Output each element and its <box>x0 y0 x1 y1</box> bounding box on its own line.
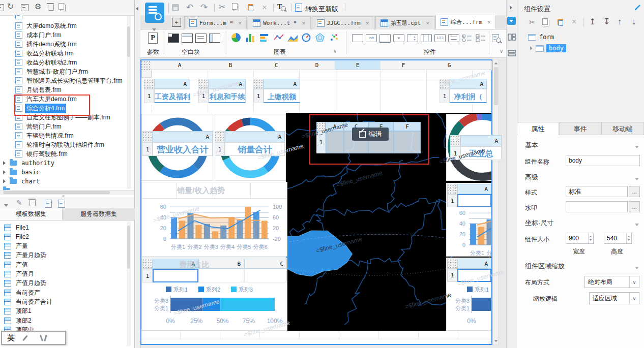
expand-arrow-icon[interactable] <box>530 46 533 50</box>
column-header[interactable]: G <box>426 61 473 70</box>
move-down-icon[interactable]: ↓ <box>632 18 636 26</box>
ime-bar[interactable]: 英 <box>1 331 66 345</box>
list-icon[interactable] <box>448 34 459 42</box>
dataset-item[interactable]: 产值月趋势 <box>4 279 48 288</box>
preview-doc-icon[interactable] <box>45 200 52 208</box>
tab-template-datasets[interactable]: 模板数据集 <box>0 208 62 220</box>
watermark-more-button[interactable]: ... <box>629 201 640 212</box>
redo-icon[interactable]: ↷ <box>200 3 208 12</box>
dataset-item[interactable]: 当前资产合计 <box>4 297 54 306</box>
section-scale-caret-icon[interactable] <box>635 264 639 271</box>
checkbox-group-icon[interactable] <box>476 34 486 42</box>
refresh-icon[interactable]: ↻ <box>7 3 14 11</box>
tree-item[interactable]: 月销售表.frm <box>15 85 63 94</box>
section-coord[interactable]: 坐标·尺寸 <box>525 218 553 228</box>
scatter-chart-icon[interactable] <box>330 33 339 42</box>
area-chart-icon[interactable] <box>287 33 298 42</box>
section-coord-caret-icon[interactable] <box>635 220 639 228</box>
block-drag-handle[interactable] <box>144 79 154 89</box>
block-cell[interactable] <box>198 269 244 282</box>
report-block-icon[interactable] <box>168 34 179 43</box>
width-input[interactable] <box>566 233 588 243</box>
move-up-icon[interactable]: ↑ <box>618 18 622 26</box>
block-drag-handle[interactable] <box>198 79 209 89</box>
block-cell[interactable]: 净利润（ <box>450 89 487 103</box>
section-advanced-caret-icon[interactable] <box>635 175 639 182</box>
dataset-item[interactable]: 产量 <box>4 242 30 251</box>
ime-tool-icon[interactable] <box>40 335 43 341</box>
column-header[interactable]: A <box>152 61 208 70</box>
ime-tool-icon2[interactable] <box>44 335 47 341</box>
dataset-item[interactable]: File1 <box>4 223 31 232</box>
column-header[interactable]: F <box>380 61 427 70</box>
pen-edit-icon[interactable] <box>634 4 641 11</box>
height-stepper-arrows-icon[interactable] <box>626 233 631 243</box>
dropdown-icon[interactable] <box>393 34 404 42</box>
block-cell[interactable] <box>244 269 287 282</box>
textfield-icon[interactable] <box>379 34 391 43</box>
scale-logic-select[interactable]: 适应区域 ∨ <box>589 292 639 304</box>
tree-item[interactable]: 营销门户.frm <box>15 122 63 131</box>
tab-close-icon[interactable]: × <box>426 20 429 27</box>
height-input[interactable] <box>604 233 626 243</box>
stacked-bar-chart[interactable]: 系列1系列2系列3分类3分类10%25%50%75%100% <box>141 282 287 331</box>
style-input[interactable] <box>566 186 628 197</box>
dataset-item[interactable]: 产值月 <box>4 270 36 279</box>
folder-expand-icon[interactable] <box>3 161 6 165</box>
rp-copy-icon[interactable] <box>544 20 549 26</box>
block-cell[interactable]: 销量合计 <box>225 142 285 156</box>
edit-doc-icon[interactable] <box>58 200 65 208</box>
tab-close-icon[interactable]: × <box>238 20 242 27</box>
column-header[interactable]: D <box>299 61 335 70</box>
tree-item[interactable]: 大屏demo系统.frm <box>15 21 78 30</box>
column-header[interactable]: C <box>253 61 300 70</box>
section-scale[interactable]: 组件区域缩放 <box>525 262 565 271</box>
text-search-icon[interactable]: T <box>277 3 286 11</box>
block-drag-handle[interactable] <box>447 184 457 194</box>
tree-folder[interactable]: basic <box>3 168 41 177</box>
app-logo[interactable] <box>145 3 164 23</box>
dataset-item[interactable]: 顶部2 <box>4 316 33 325</box>
dataset-item[interactable]: 当前资产 <box>4 288 42 297</box>
dataset-trash-icon[interactable] <box>30 200 36 206</box>
document-tab[interactable]: JJGC...frm× <box>312 16 374 29</box>
rp-delete-icon[interactable]: × <box>572 18 576 26</box>
dataset-item[interactable]: 顶部1 <box>4 307 33 316</box>
trash-icon[interactable] <box>48 5 54 11</box>
textbox-icon[interactable] <box>352 34 363 42</box>
ime-pen-icon[interactable] <box>22 335 28 341</box>
calendar-icon[interactable] <box>421 34 432 42</box>
copy-icon[interactable] <box>60 5 66 11</box>
component-name-input[interactable] <box>566 155 640 166</box>
tree-item[interactable]: 车辆销售情况.frm <box>15 131 75 140</box>
dropdown-caret-icon[interactable] <box>4 201 8 208</box>
layout-pane-icon[interactable] <box>508 34 516 41</box>
grid-pane-icon[interactable] <box>508 50 516 57</box>
tab-close-icon[interactable]: × <box>302 20 305 27</box>
rp-paste-icon[interactable] <box>558 19 563 25</box>
pencil-icon[interactable]: ✎ <box>16 199 22 206</box>
block-cell[interactable]: 上缴税额 <box>264 89 300 103</box>
document-tab[interactable]: 综合...frm× <box>435 15 496 29</box>
tab-properties[interactable]: 属性 <box>517 122 559 135</box>
document-tab[interactable]: 第五题.cpt× <box>375 16 435 29</box>
dataset-scrollbar[interactable] <box>127 222 131 346</box>
cut-icon[interactable]: ✂ <box>219 3 225 11</box>
document-tab[interactable]: Form...m *× <box>184 16 247 29</box>
block-cell[interactable]: 工业总 <box>460 146 502 160</box>
tree-item[interactable]: 插件demo系统.frm <box>15 40 78 49</box>
stacked-bar-chart-clipped[interactable]: 系列1系列2系列3分类3分类10%25%50%75%100% <box>446 282 491 329</box>
style-more-button[interactable]: ... <box>629 186 640 197</box>
spinner-icon[interactable] <box>407 34 418 42</box>
label-icon[interactable]: lab <box>366 34 377 42</box>
combo-chart[interactable]: 0204060-202060100分类1分类2分类3分类4分类5分类6 <box>141 198 287 256</box>
block-drag-handle[interactable] <box>440 79 450 89</box>
tree-item[interactable]: 收益分析联动2.frm <box>15 58 78 67</box>
partial-icon[interactable] <box>0 4 4 11</box>
edit-sheet-cell[interactable] <box>326 131 344 153</box>
edit-sheet-corner-handle[interactable] <box>316 122 326 131</box>
save-icon[interactable] <box>172 4 179 11</box>
block-drag-handle[interactable] <box>142 259 153 269</box>
tab-server-datasets[interactable]: 服务器数据集 <box>62 208 135 220</box>
tree-folder[interactable]: authority <box>3 159 56 168</box>
